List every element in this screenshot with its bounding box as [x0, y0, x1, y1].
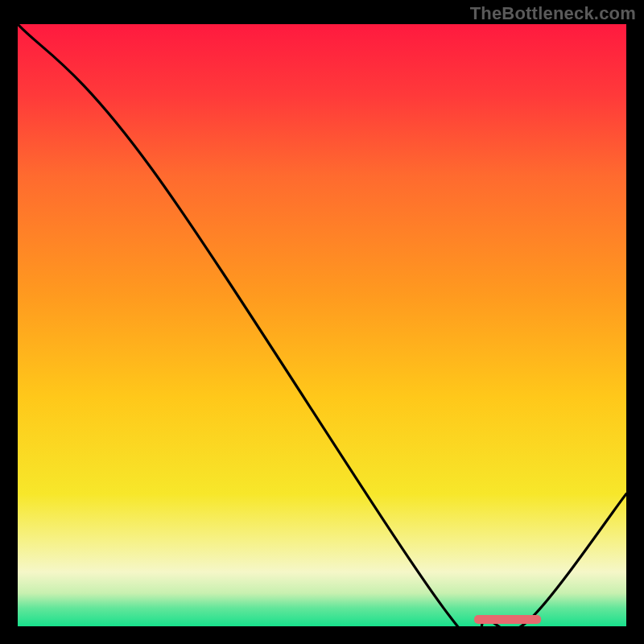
- optimal-range-marker: [474, 615, 541, 624]
- chart-svg: [18, 24, 626, 626]
- attribution-text: TheBottleneck.com: [470, 3, 636, 24]
- chart-stage: TheBottleneck.com: [0, 0, 644, 644]
- chart-plot-area: [18, 24, 626, 626]
